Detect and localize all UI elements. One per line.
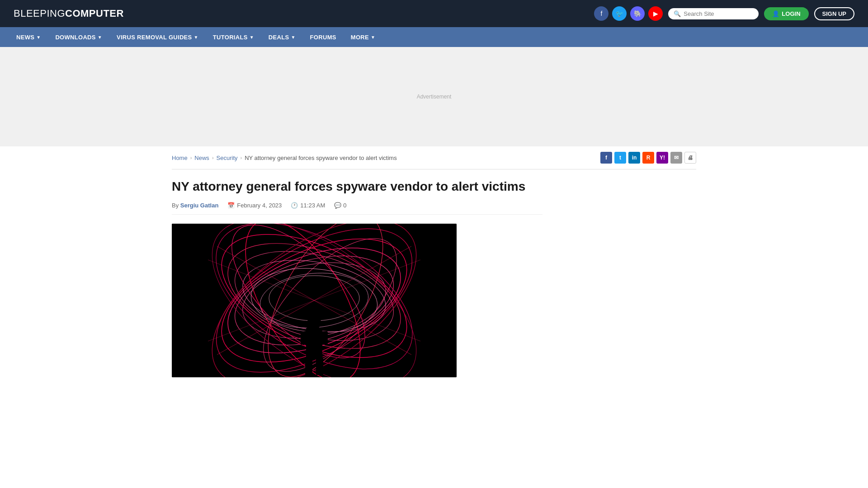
nav-item-tutorials[interactable]: TUTORIALS▼	[206, 28, 261, 46]
share-email-button[interactable]: ✉	[670, 152, 682, 164]
youtube-icon[interactable]: ▶	[648, 6, 663, 21]
article-date: 📅 February 4, 2023	[227, 202, 282, 209]
chevron-down-icon: ▼	[36, 35, 41, 40]
author-byline: By Sergiu Gatlan	[172, 202, 218, 209]
advertisement-banner: Advertisement	[0, 47, 868, 146]
chevron-down-icon: ▼	[194, 35, 198, 40]
share-reddit-button[interactable]: R	[642, 152, 654, 164]
nav-item-downloads[interactable]: DOWNLOADS▼	[48, 28, 109, 46]
svg-rect-24	[316, 357, 323, 375]
chevron-down-icon: ▼	[371, 35, 375, 40]
comment-count[interactable]: 💬 0	[334, 202, 346, 209]
social-icons: f 🐦 🐘 ▶	[594, 6, 663, 21]
chevron-down-icon: ▼	[291, 35, 295, 40]
nav-item-deals[interactable]: DEALS▼	[261, 28, 303, 46]
search-input[interactable]	[684, 10, 753, 17]
site-logo[interactable]: BLEEPINGCOMPUTER	[14, 8, 124, 19]
breadcrumb-security[interactable]: Security	[217, 155, 238, 161]
search-bar: 🔍	[668, 8, 759, 19]
article: NY attorney general forces spyware vendo…	[172, 178, 542, 377]
header-right: f 🐦 🐘 ▶ 🔍 👤 LOGIN SIGN UP	[594, 6, 854, 21]
signup-button[interactable]: SIGN UP	[814, 7, 854, 20]
breadcrumb-sep-3: ›	[241, 155, 242, 160]
clock-icon: 🕐	[291, 202, 298, 209]
article-time: 🕐 11:23 AM	[291, 202, 325, 209]
login-button[interactable]: 👤 LOGIN	[764, 7, 808, 20]
share-twitter-button[interactable]: t	[614, 152, 626, 164]
nav-item-more[interactable]: MORE▼	[344, 28, 382, 46]
breadcrumb-sep-1: ›	[190, 155, 192, 160]
article-hero-image	[172, 224, 457, 377]
breadcrumb: Home › News › Security › NY attorney gen…	[172, 155, 397, 161]
share-linkedin-button[interactable]: in	[628, 152, 640, 164]
breadcrumb-sep-2: ›	[212, 155, 214, 160]
print-button[interactable]: 🖨	[684, 152, 696, 164]
signup-label: SIGN UP	[822, 10, 846, 17]
nav-item-virus-removal[interactable]: VIRUS REMOVAL GUIDES▼	[109, 28, 206, 46]
login-label: LOGIN	[782, 10, 800, 17]
chevron-down-icon: ▼	[98, 35, 102, 40]
logo-bold: COMPUTER	[65, 8, 124, 19]
comment-icon: 💬	[334, 202, 341, 209]
content-row: NY attorney general forces spyware vendo…	[172, 178, 696, 377]
breadcrumb-home[interactable]: Home	[172, 155, 188, 161]
article-title: NY attorney general forces spyware vendo…	[172, 178, 542, 195]
main-container: Home › News › Security › NY attorney gen…	[163, 146, 705, 377]
svg-point-21	[307, 314, 321, 330]
share-facebook-button[interactable]: f	[600, 152, 612, 164]
twitter-icon[interactable]: 🐦	[612, 6, 627, 21]
article-meta: By Sergiu Gatlan 📅 February 4, 2023 🕐 11…	[172, 202, 542, 215]
facebook-icon[interactable]: f	[594, 6, 609, 21]
mastodon-icon[interactable]: 🐘	[630, 6, 645, 21]
breadcrumb-news[interactable]: News	[194, 155, 209, 161]
main-nav: NEWS▼ DOWNLOADS▼ VIRUS REMOVAL GUIDES▼ T…	[0, 27, 868, 47]
nav-item-news[interactable]: NEWS▼	[9, 28, 48, 46]
chevron-down-icon: ▼	[250, 35, 254, 40]
logo-light: BLEEPING	[14, 8, 65, 19]
breadcrumb-current: NY attorney general forces spyware vendo…	[245, 155, 396, 161]
calendar-icon: 📅	[227, 202, 235, 209]
share-icons: f t in R Y! ✉ 🖨	[600, 152, 696, 164]
author-link[interactable]: Sergiu Gatlan	[180, 202, 219, 209]
search-icon: 🔍	[674, 10, 681, 17]
share-yahoo-button[interactable]: Y!	[656, 152, 668, 164]
site-header: BLEEPINGCOMPUTER f 🐦 🐘 ▶ 🔍 👤 LOGIN SIGN …	[0, 0, 868, 27]
login-user-icon: 👤	[772, 10, 779, 17]
svg-rect-23	[305, 357, 312, 375]
breadcrumb-row: Home › News › Security › NY attorney gen…	[172, 146, 696, 169]
nav-item-forums[interactable]: FORUMS	[303, 28, 344, 46]
svg-rect-22	[301, 331, 328, 345]
